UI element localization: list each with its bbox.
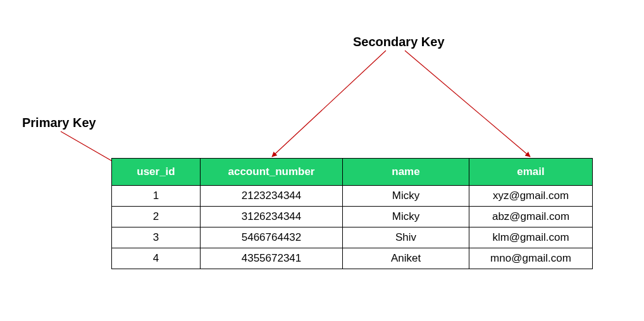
table-row: 1 2123234344 Micky xyz@gmail.com bbox=[112, 186, 593, 207]
cell-account-number: 5466764432 bbox=[201, 227, 343, 248]
cell-name: Aniket bbox=[343, 248, 469, 269]
cell-account-number: 3126234344 bbox=[201, 207, 343, 227]
cell-email: xyz@gmail.com bbox=[469, 186, 593, 207]
cell-email: klm@gmail.com bbox=[469, 227, 593, 248]
cell-account-number: 2123234344 bbox=[201, 186, 343, 207]
table-row: 3 5466764432 Shiv klm@gmail.com bbox=[112, 227, 593, 248]
col-header-name: name bbox=[343, 159, 469, 186]
table-row: 4 4355672341 Aniket mno@gmail.com bbox=[112, 248, 593, 269]
col-header-user-id: user_id bbox=[112, 159, 201, 186]
cell-name: Micky bbox=[343, 207, 469, 227]
arrow-secondary-left bbox=[272, 51, 386, 157]
diagram-stage: Primary Key Secondary Key user_id accoun… bbox=[0, 0, 644, 321]
col-header-account-number: account_number bbox=[201, 159, 343, 186]
cell-account-number: 4355672341 bbox=[201, 248, 343, 269]
cell-name: Micky bbox=[343, 186, 469, 207]
cell-user-id: 2 bbox=[112, 207, 201, 227]
cell-user-id: 3 bbox=[112, 227, 201, 248]
data-table: user_id account_number name email 1 2123… bbox=[111, 158, 593, 269]
col-header-email: email bbox=[469, 159, 593, 186]
cell-email: mno@gmail.com bbox=[469, 248, 593, 269]
secondary-key-label: Secondary Key bbox=[353, 35, 445, 49]
table-row: 2 3126234344 Micky abz@gmail.com bbox=[112, 207, 593, 227]
primary-key-label: Primary Key bbox=[22, 116, 96, 130]
cell-user-id: 1 bbox=[112, 186, 201, 207]
table-header-row: user_id account_number name email bbox=[112, 159, 593, 186]
arrow-secondary-right bbox=[405, 51, 530, 157]
cell-email: abz@gmail.com bbox=[469, 207, 593, 227]
cell-name: Shiv bbox=[343, 227, 469, 248]
cell-user-id: 4 bbox=[112, 248, 201, 269]
